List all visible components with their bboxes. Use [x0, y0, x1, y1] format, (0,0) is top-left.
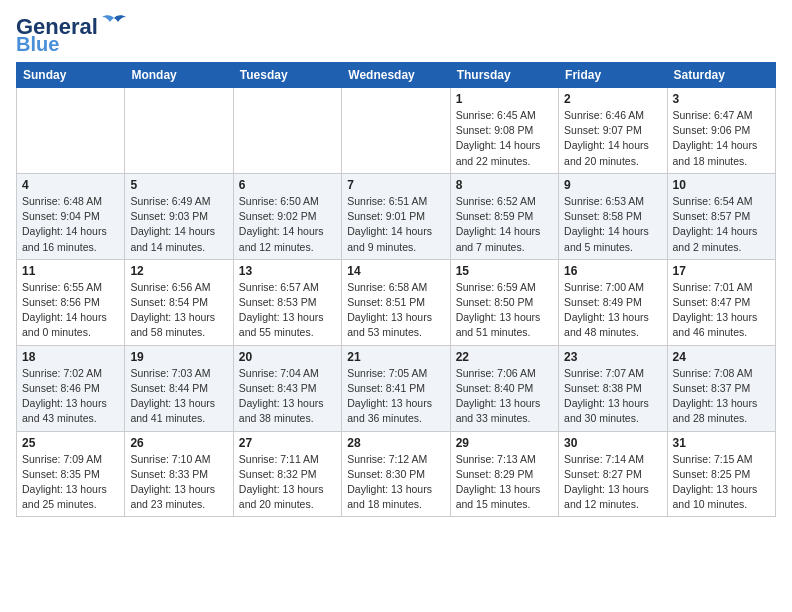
week-row-4: 18Sunrise: 7:02 AM Sunset: 8:46 PM Dayli… [17, 345, 776, 431]
day-number: 1 [456, 92, 553, 106]
day-number: 24 [673, 350, 770, 364]
calendar-cell: 27Sunrise: 7:11 AM Sunset: 8:32 PM Dayli… [233, 431, 341, 517]
day-number: 20 [239, 350, 336, 364]
day-info: Sunrise: 7:12 AM Sunset: 8:30 PM Dayligh… [347, 452, 444, 513]
day-info: Sunrise: 7:15 AM Sunset: 8:25 PM Dayligh… [673, 452, 770, 513]
day-info: Sunrise: 7:05 AM Sunset: 8:41 PM Dayligh… [347, 366, 444, 427]
day-number: 16 [564, 264, 661, 278]
calendar-cell: 15Sunrise: 6:59 AM Sunset: 8:50 PM Dayli… [450, 259, 558, 345]
calendar-cell: 26Sunrise: 7:10 AM Sunset: 8:33 PM Dayli… [125, 431, 233, 517]
day-number: 22 [456, 350, 553, 364]
day-number: 4 [22, 178, 119, 192]
calendar-cell: 2Sunrise: 6:46 AM Sunset: 9:07 PM Daylig… [559, 88, 667, 174]
day-number: 30 [564, 436, 661, 450]
day-info: Sunrise: 6:55 AM Sunset: 8:56 PM Dayligh… [22, 280, 119, 341]
day-info: Sunrise: 6:49 AM Sunset: 9:03 PM Dayligh… [130, 194, 227, 255]
day-number: 13 [239, 264, 336, 278]
calendar-cell: 16Sunrise: 7:00 AM Sunset: 8:49 PM Dayli… [559, 259, 667, 345]
calendar-cell: 4Sunrise: 6:48 AM Sunset: 9:04 PM Daylig… [17, 173, 125, 259]
day-number: 28 [347, 436, 444, 450]
calendar-cell: 18Sunrise: 7:02 AM Sunset: 8:46 PM Dayli… [17, 345, 125, 431]
calendar-table: SundayMondayTuesdayWednesdayThursdayFrid… [16, 62, 776, 517]
day-number: 29 [456, 436, 553, 450]
calendar-cell [125, 88, 233, 174]
calendar-cell: 29Sunrise: 7:13 AM Sunset: 8:29 PM Dayli… [450, 431, 558, 517]
calendar-cell: 11Sunrise: 6:55 AM Sunset: 8:56 PM Dayli… [17, 259, 125, 345]
weekday-header-saturday: Saturday [667, 63, 775, 88]
day-info: Sunrise: 7:14 AM Sunset: 8:27 PM Dayligh… [564, 452, 661, 513]
day-number: 6 [239, 178, 336, 192]
calendar-cell [342, 88, 450, 174]
day-info: Sunrise: 6:48 AM Sunset: 9:04 PM Dayligh… [22, 194, 119, 255]
calendar-cell: 13Sunrise: 6:57 AM Sunset: 8:53 PM Dayli… [233, 259, 341, 345]
calendar-cell: 25Sunrise: 7:09 AM Sunset: 8:35 PM Dayli… [17, 431, 125, 517]
day-info: Sunrise: 7:13 AM Sunset: 8:29 PM Dayligh… [456, 452, 553, 513]
day-info: Sunrise: 6:59 AM Sunset: 8:50 PM Dayligh… [456, 280, 553, 341]
weekday-header-wednesday: Wednesday [342, 63, 450, 88]
day-number: 31 [673, 436, 770, 450]
day-info: Sunrise: 7:09 AM Sunset: 8:35 PM Dayligh… [22, 452, 119, 513]
calendar-cell: 5Sunrise: 6:49 AM Sunset: 9:03 PM Daylig… [125, 173, 233, 259]
day-number: 26 [130, 436, 227, 450]
day-number: 27 [239, 436, 336, 450]
calendar-cell: 6Sunrise: 6:50 AM Sunset: 9:02 PM Daylig… [233, 173, 341, 259]
week-row-3: 11Sunrise: 6:55 AM Sunset: 8:56 PM Dayli… [17, 259, 776, 345]
day-info: Sunrise: 6:52 AM Sunset: 8:59 PM Dayligh… [456, 194, 553, 255]
calendar-cell: 30Sunrise: 7:14 AM Sunset: 8:27 PM Dayli… [559, 431, 667, 517]
calendar-cell: 1Sunrise: 6:45 AM Sunset: 9:08 PM Daylig… [450, 88, 558, 174]
calendar-cell: 20Sunrise: 7:04 AM Sunset: 8:43 PM Dayli… [233, 345, 341, 431]
calendar-cell: 19Sunrise: 7:03 AM Sunset: 8:44 PM Dayli… [125, 345, 233, 431]
day-number: 14 [347, 264, 444, 278]
weekday-header-row: SundayMondayTuesdayWednesdayThursdayFrid… [17, 63, 776, 88]
calendar-cell: 7Sunrise: 6:51 AM Sunset: 9:01 PM Daylig… [342, 173, 450, 259]
day-info: Sunrise: 6:54 AM Sunset: 8:57 PM Dayligh… [673, 194, 770, 255]
day-number: 7 [347, 178, 444, 192]
day-info: Sunrise: 7:04 AM Sunset: 8:43 PM Dayligh… [239, 366, 336, 427]
logo: General Blue [16, 16, 128, 54]
weekday-header-friday: Friday [559, 63, 667, 88]
day-info: Sunrise: 6:45 AM Sunset: 9:08 PM Dayligh… [456, 108, 553, 169]
calendar-cell: 21Sunrise: 7:05 AM Sunset: 8:41 PM Dayli… [342, 345, 450, 431]
day-number: 18 [22, 350, 119, 364]
day-number: 10 [673, 178, 770, 192]
week-row-1: 1Sunrise: 6:45 AM Sunset: 9:08 PM Daylig… [17, 88, 776, 174]
day-number: 2 [564, 92, 661, 106]
calendar-cell: 31Sunrise: 7:15 AM Sunset: 8:25 PM Dayli… [667, 431, 775, 517]
day-info: Sunrise: 7:01 AM Sunset: 8:47 PM Dayligh… [673, 280, 770, 341]
day-info: Sunrise: 6:56 AM Sunset: 8:54 PM Dayligh… [130, 280, 227, 341]
day-info: Sunrise: 7:03 AM Sunset: 8:44 PM Dayligh… [130, 366, 227, 427]
day-number: 12 [130, 264, 227, 278]
calendar-cell: 24Sunrise: 7:08 AM Sunset: 8:37 PM Dayli… [667, 345, 775, 431]
day-info: Sunrise: 6:46 AM Sunset: 9:07 PM Dayligh… [564, 108, 661, 169]
day-number: 8 [456, 178, 553, 192]
weekday-header-thursday: Thursday [450, 63, 558, 88]
calendar-cell: 8Sunrise: 6:52 AM Sunset: 8:59 PM Daylig… [450, 173, 558, 259]
calendar-cell [17, 88, 125, 174]
day-number: 21 [347, 350, 444, 364]
day-info: Sunrise: 6:57 AM Sunset: 8:53 PM Dayligh… [239, 280, 336, 341]
day-number: 11 [22, 264, 119, 278]
day-number: 15 [456, 264, 553, 278]
day-info: Sunrise: 6:47 AM Sunset: 9:06 PM Dayligh… [673, 108, 770, 169]
day-number: 3 [673, 92, 770, 106]
day-info: Sunrise: 6:58 AM Sunset: 8:51 PM Dayligh… [347, 280, 444, 341]
page-header: General Blue [16, 16, 776, 54]
calendar-cell [233, 88, 341, 174]
day-number: 19 [130, 350, 227, 364]
day-number: 23 [564, 350, 661, 364]
day-number: 5 [130, 178, 227, 192]
day-info: Sunrise: 6:53 AM Sunset: 8:58 PM Dayligh… [564, 194, 661, 255]
day-number: 9 [564, 178, 661, 192]
logo-bird-icon [100, 14, 128, 36]
day-info: Sunrise: 7:08 AM Sunset: 8:37 PM Dayligh… [673, 366, 770, 427]
day-info: Sunrise: 7:11 AM Sunset: 8:32 PM Dayligh… [239, 452, 336, 513]
day-info: Sunrise: 7:02 AM Sunset: 8:46 PM Dayligh… [22, 366, 119, 427]
calendar-cell: 22Sunrise: 7:06 AM Sunset: 8:40 PM Dayli… [450, 345, 558, 431]
weekday-header-sunday: Sunday [17, 63, 125, 88]
day-number: 25 [22, 436, 119, 450]
calendar-cell: 10Sunrise: 6:54 AM Sunset: 8:57 PM Dayli… [667, 173, 775, 259]
weekday-header-tuesday: Tuesday [233, 63, 341, 88]
day-info: Sunrise: 6:51 AM Sunset: 9:01 PM Dayligh… [347, 194, 444, 255]
day-info: Sunrise: 7:00 AM Sunset: 8:49 PM Dayligh… [564, 280, 661, 341]
calendar-cell: 28Sunrise: 7:12 AM Sunset: 8:30 PM Dayli… [342, 431, 450, 517]
